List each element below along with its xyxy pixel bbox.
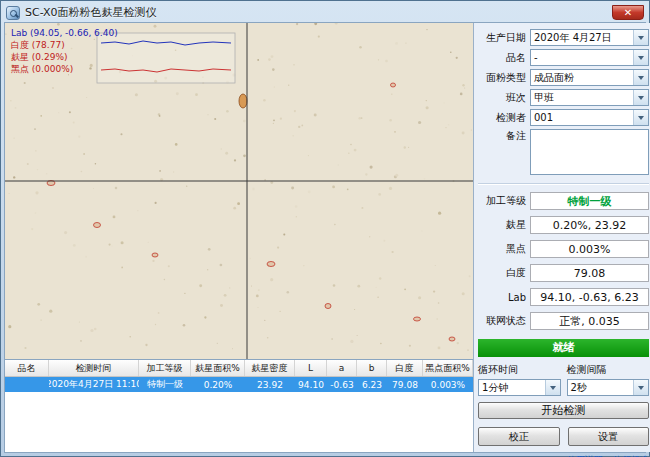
chevron-down-icon[interactable] xyxy=(633,70,648,85)
col-grade[interactable]: 加工等级 xyxy=(139,360,191,376)
table-header-row: 品名 检测时间 加工等级 麸星面积% 麸星密度 L a b 白度 黑点面积% xyxy=(5,360,473,377)
field-remark: 备注 xyxy=(478,129,649,175)
interval-group: 检测间隔 2秒 xyxy=(567,363,650,396)
cycle-time-value: 1分钟 xyxy=(482,381,508,395)
black-value: 0.003% xyxy=(530,240,649,258)
remark-label: 备注 xyxy=(478,129,530,143)
flour-type-label: 面粉类型 xyxy=(478,71,530,85)
remark-input[interactable] xyxy=(530,129,649,175)
col-product[interactable]: 品名 xyxy=(5,360,49,376)
interval-label: 检测间隔 xyxy=(567,363,650,377)
production-date-picker[interactable]: 2020年 4月27日 xyxy=(530,29,649,46)
network-status-label: 联网状态 xyxy=(478,314,530,328)
whiteness-value: 79.08 xyxy=(530,264,649,282)
flour-type-value: 成品面粉 xyxy=(534,71,574,85)
reading-black: 黑点 (0.000%) xyxy=(11,63,118,75)
cell-bran-density: 23.92 xyxy=(245,377,295,392)
trend-chart xyxy=(97,33,235,83)
chevron-down-icon[interactable] xyxy=(633,30,648,45)
cell-a: -0.63 xyxy=(327,377,357,392)
app-window: SC-X0面粉粉色麸星检测仪 ✕ xyxy=(0,0,650,457)
black-label: 黑点 xyxy=(478,242,530,256)
left-column: Lab (94.05, -0.66, 6.40) 白度 (78.77) 麸星 (… xyxy=(5,23,473,452)
control-panel: 生产日期 2020年 4月27日 品名 - 面粉类型 成品面粉 xyxy=(473,23,650,452)
cell-b: 6.23 xyxy=(357,377,387,392)
cell-grade: 特制一级 xyxy=(139,377,191,392)
shift-select[interactable]: 甲班 xyxy=(530,89,649,106)
shift-value: 甲班 xyxy=(534,91,554,105)
result-lab: Lab 94.10, -0.63, 6.23 xyxy=(478,288,649,306)
network-status-value: 正常, 0.035 xyxy=(530,312,649,330)
interval-value: 2秒 xyxy=(571,381,587,395)
inspector-value: 001 xyxy=(534,112,553,123)
cycle-time-group: 循环时间 1分钟 xyxy=(478,363,561,396)
interval-select[interactable]: 2秒 xyxy=(567,379,650,396)
calibrate-button[interactable]: 校正 xyxy=(478,427,560,446)
live-readings: Lab (94.05, -0.66, 6.40) 白度 (78.77) 麸星 (… xyxy=(11,27,118,75)
history-table: 品名 检测时间 加工等级 麸星面积% 麸星密度 L a b 白度 黑点面积% 2… xyxy=(5,359,473,452)
field-flour-type: 面粉类型 成品面粉 xyxy=(478,69,649,86)
cell-product xyxy=(5,377,49,392)
whiteness-label: 白度 xyxy=(478,266,530,280)
window-content: Lab (94.05, -0.66, 6.40) 白度 (78.77) 麸星 (… xyxy=(4,22,646,453)
col-a[interactable]: a xyxy=(327,360,357,376)
title-bar[interactable]: SC-X0面粉粉色麸星检测仪 ✕ xyxy=(1,1,649,22)
inspector-select[interactable]: 001 xyxy=(530,109,649,126)
settings-button[interactable]: 设置 xyxy=(568,427,650,446)
cycle-time-label: 循环时间 xyxy=(478,363,561,377)
status-ready-bar: 就绪 xyxy=(478,339,649,357)
lab-label: Lab xyxy=(478,292,530,303)
bran-value: 0.20%, 23.92 xyxy=(530,216,649,234)
grade-value: 特制一级 xyxy=(530,192,649,210)
cycle-time-select[interactable]: 1分钟 xyxy=(478,379,561,396)
grade-label: 加工等级 xyxy=(478,194,530,208)
reading-bran: 麸星 (0.29%) xyxy=(11,51,118,63)
bran-speck xyxy=(239,94,247,108)
product-value: - xyxy=(534,52,538,63)
close-button[interactable]: ✕ xyxy=(612,5,644,20)
chevron-down-icon[interactable] xyxy=(633,50,648,65)
timing-controls: 循环时间 1分钟 检测间隔 2秒 xyxy=(478,363,649,396)
result-bran: 麸星 0.20%, 23.92 xyxy=(478,216,649,234)
production-date-value: 2020年 4月27日 xyxy=(534,31,612,45)
table-row[interactable]: 2020年4月27日 11:10 特制一级 0.20% 23.92 94.10 … xyxy=(5,377,473,392)
col-L[interactable]: L xyxy=(295,360,327,376)
inspector-label: 检测者 xyxy=(478,111,530,125)
col-whiteness[interactable]: 白度 xyxy=(387,360,423,376)
cell-bran-area: 0.20% xyxy=(191,377,245,392)
result-black: 黑点 0.003% xyxy=(478,240,649,258)
col-time[interactable]: 检测时间 xyxy=(49,360,139,376)
cell-black-area: 0.003% xyxy=(423,377,473,392)
lab-value: 94.10, -0.63, 6.23 xyxy=(530,288,649,306)
col-black-area[interactable]: 黑点面积% xyxy=(423,360,473,376)
chevron-down-icon[interactable] xyxy=(633,110,648,125)
cell-time: 2020年4月27日 11:10 xyxy=(49,377,139,392)
col-bran-area[interactable]: 麸星面积% xyxy=(191,360,245,376)
col-b[interactable]: b xyxy=(357,360,387,376)
col-bran-density[interactable]: 麸星密度 xyxy=(245,360,295,376)
field-inspector: 检测者 001 xyxy=(478,109,649,126)
sample-camera-view: Lab (94.05, -0.66, 6.40) 白度 (78.77) 麸星 (… xyxy=(5,23,473,359)
production-date-label: 生产日期 xyxy=(478,31,530,45)
result-grade: 加工等级 特制一级 xyxy=(478,192,649,210)
flour-type-select[interactable]: 成品面粉 xyxy=(530,69,649,86)
reading-whiteness: 白度 (78.77) xyxy=(11,39,118,51)
divider xyxy=(478,183,649,185)
cell-whiteness: 79.08 xyxy=(387,377,423,392)
bran-label: 麸星 xyxy=(478,218,530,232)
field-production-date: 生产日期 2020年 4月27日 xyxy=(478,29,649,46)
field-shift: 班次 甲班 xyxy=(478,89,649,106)
product-label: 品名 xyxy=(478,51,530,65)
product-select[interactable]: - xyxy=(530,49,649,66)
start-detection-button[interactable]: 开始检测 xyxy=(478,402,649,419)
result-whiteness: 白度 79.08 xyxy=(478,264,649,282)
chevron-down-icon[interactable] xyxy=(633,90,648,105)
cell-L: 94.10 xyxy=(295,377,327,392)
window-title: SC-X0面粉粉色麸星检测仪 xyxy=(25,5,157,20)
result-network: 联网状态 正常, 0.035 xyxy=(478,312,649,330)
chevron-down-icon[interactable] xyxy=(545,380,560,395)
field-product: 品名 - xyxy=(478,49,649,66)
chevron-down-icon[interactable] xyxy=(633,380,648,395)
reading-lab: Lab (94.05, -0.66, 6.40) xyxy=(11,27,118,39)
utility-buttons: 校正 设置 xyxy=(478,427,649,446)
